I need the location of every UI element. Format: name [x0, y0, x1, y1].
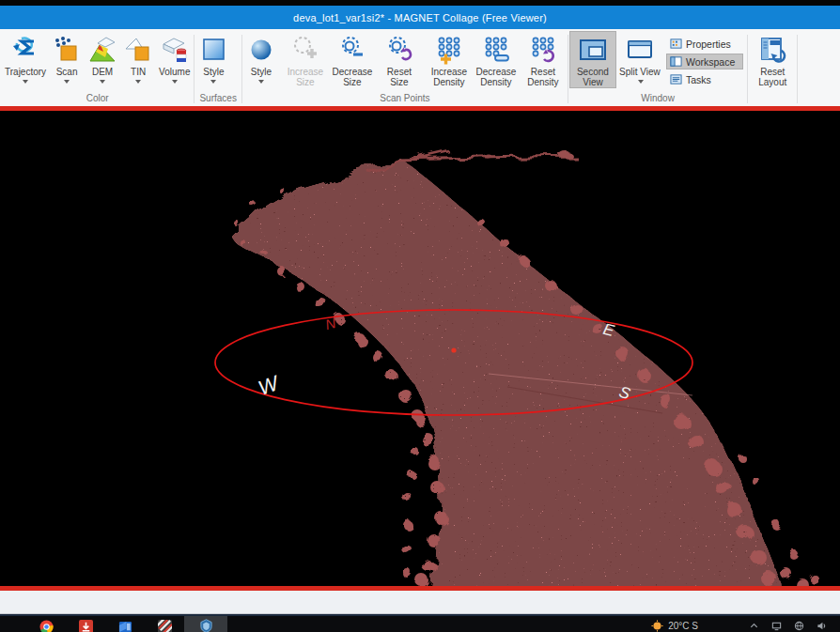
status-bar — [0, 591, 840, 614]
reset-density-icon — [528, 35, 558, 65]
dem-button[interactable]: DEM — [85, 31, 120, 87]
button-label: Increase Size — [285, 67, 326, 87]
compass-label-west: W — [255, 371, 283, 400]
increase-density-icon — [434, 35, 464, 65]
tin-button[interactable]: TIN — [120, 31, 156, 87]
button-label: Style — [203, 67, 224, 77]
volume-button[interactable]: Volume — [156, 31, 193, 87]
button-label: Reset Size — [379, 67, 420, 87]
group-separator — [797, 35, 798, 103]
weather-widget[interactable]: 20°C S — [651, 616, 698, 632]
increase-size-button[interactable]: Increase Size — [282, 31, 329, 88]
workspace-icon — [670, 55, 682, 68]
workspace-toggle[interactable]: Workspace — [666, 54, 743, 69]
group-label-window: Window — [569, 93, 746, 106]
button-label: Second View — [572, 67, 614, 87]
downloads-taskbar-button[interactable] — [66, 616, 105, 632]
reset-layout-button[interactable]: Reset Layout — [749, 31, 796, 88]
download-icon — [79, 620, 93, 632]
point-style-button[interactable]: Style — [243, 31, 279, 87]
group-separator — [568, 35, 568, 103]
button-label: Increase Density — [428, 67, 470, 87]
window-toggle-stack: Properties Workspace — [663, 31, 746, 87]
button-label: DEM — [92, 67, 113, 77]
dropdown-arrow-icon[interactable] — [172, 80, 178, 86]
tray-expand-icon[interactable] — [749, 621, 759, 631]
title-bar[interactable]: deva_lot1_var1si2* - MAGNET Collage (Fre… — [0, 6, 840, 29]
button-label: Trajectory — [5, 67, 46, 77]
properties-toggle[interactable]: Properties — [666, 36, 743, 52]
dropdown-arrow-icon[interactable] — [638, 80, 644, 86]
button-label: Split View — [619, 67, 661, 87]
toggle-label: Properties — [686, 39, 731, 50]
display-icon[interactable] — [771, 621, 782, 631]
properties-icon — [670, 38, 682, 50]
dropdown-arrow-icon[interactable] — [210, 80, 216, 86]
ribbon-group-reset-layout: Reset Layout — [749, 31, 796, 106]
toggle-label: Workspace — [686, 56, 735, 68]
windows-taskbar: 20°C S — [0, 614, 840, 632]
dem-icon — [87, 35, 117, 65]
split-view-button[interactable]: Split View — [616, 31, 663, 88]
increase-density-button[interactable]: Increase Density — [426, 31, 473, 88]
ribbon-group-scan-points: Style Increase Size — [243, 31, 567, 106]
point-cloud-road — [231, 149, 818, 586]
ribbon-toolbar: Trajectory Scan — [0, 29, 840, 106]
split-view-icon — [625, 35, 655, 65]
scan-button[interactable]: Scan — [49, 31, 85, 87]
ribbon-group-window: Second View Split View — [569, 31, 746, 106]
office-app-icon — [118, 620, 132, 632]
button-label: Volume — [159, 67, 190, 77]
dropdown-arrow-icon[interactable] — [100, 80, 105, 86]
chrome-icon — [39, 620, 54, 632]
trajectory-button[interactable]: Trajectory — [2, 31, 49, 87]
decrease-density-button[interactable]: Decrease Density — [473, 31, 520, 88]
group-label-scan-points: Scan Points — [243, 93, 567, 106]
ribbon-group-surfaces: Style Surfaces — [195, 31, 240, 106]
magnet-collage-icon — [199, 619, 213, 632]
point-cloud-scene: N W E S — [0, 111, 840, 586]
ribbon-group-color: Trajectory Scan — [2, 31, 193, 106]
office-taskbar-button[interactable] — [105, 616, 145, 632]
dropdown-arrow-icon[interactable] — [258, 80, 264, 86]
increase-size-icon — [290, 35, 320, 65]
trajectory-icon — [10, 35, 40, 65]
reset-size-button[interactable]: Reset Size — [376, 31, 423, 88]
point-style-icon — [246, 35, 276, 65]
button-label: Decrease Density — [475, 67, 517, 87]
button-label: Reset Layout — [752, 67, 793, 87]
group-label-empty — [749, 103, 796, 106]
tasks-toggle[interactable]: Tasks — [666, 71, 743, 87]
tin-icon — [123, 35, 153, 65]
weather-text: 20°C S — [668, 620, 698, 631]
reset-layout-icon — [757, 35, 787, 65]
network-icon[interactable] — [794, 621, 804, 631]
window-title: deva_lot1_var1si2* - MAGNET Collage (Fre… — [293, 12, 547, 23]
reset-density-button[interactable]: Reset Density — [520, 31, 567, 88]
sun-icon — [651, 620, 663, 632]
button-label: Style — [251, 67, 272, 77]
taskbar-tray-area: 20°C S — [651, 616, 840, 632]
group-label-color: Color — [2, 93, 193, 106]
point-cloud-viewport[interactable]: N W E S — [0, 111, 840, 586]
magnet-collage-window: deva_lot1_var1si2* - MAGNET Collage (Fre… — [0, 0, 840, 632]
group-label-surfaces: Surfaces — [195, 93, 240, 106]
reset-size-icon — [384, 35, 414, 65]
taskbar-pinned-apps — [0, 616, 227, 632]
surface-style-icon — [198, 35, 228, 65]
dropdown-arrow-icon[interactable] — [64, 80, 70, 86]
second-view-icon — [578, 35, 608, 65]
striped-flag-icon — [158, 620, 172, 632]
second-view-button[interactable]: Second View — [569, 31, 616, 88]
chrome-taskbar-button[interactable] — [26, 616, 66, 632]
flag-taskbar-button[interactable] — [145, 616, 184, 632]
toggle-label: Tasks — [686, 74, 711, 85]
magnet-collage-taskbar-button[interactable] — [184, 616, 227, 632]
speaker-icon[interactable] — [817, 621, 827, 631]
decrease-density-icon — [481, 35, 511, 65]
dropdown-arrow-icon[interactable] — [23, 80, 28, 86]
group-separator — [194, 35, 194, 103]
dropdown-arrow-icon[interactable] — [135, 80, 141, 86]
decrease-size-button[interactable]: Decrease Size — [329, 31, 376, 88]
surface-style-button[interactable]: Style — [195, 31, 231, 87]
